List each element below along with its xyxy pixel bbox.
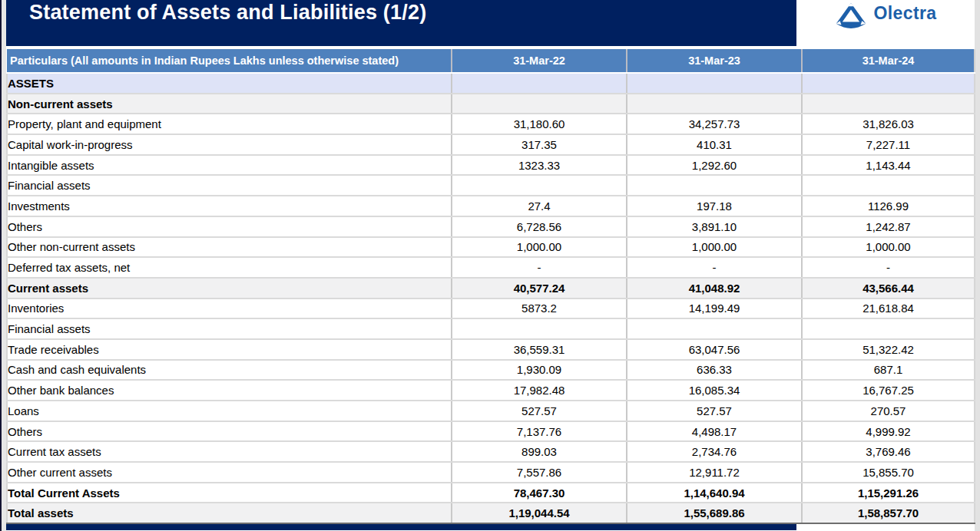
row-value: 51,322.42: [802, 339, 975, 360]
table-row: Deferred tax assets, net---: [7, 257, 975, 278]
table-row: Others6,728.563,891.101,242.87: [7, 216, 975, 237]
logo-area: Olectra: [796, 0, 975, 46]
table-row: Loans527.57527.57270.57: [7, 401, 975, 421]
slide-right-margin: [975, 0, 980, 531]
row-value: 1126.99: [802, 196, 975, 216]
row-value: 63,047.56: [627, 339, 802, 360]
assets-liabilities-table: Particulars (All amounts in Indian Rupee…: [6, 49, 975, 524]
row-value: [452, 94, 627, 114]
table-row: Intangible assets1323.331,292.601,143.44: [7, 155, 975, 176]
row-label: Capital work-in-progress: [7, 134, 452, 155]
row-value: 687.1: [802, 360, 975, 381]
row-value: [452, 175, 627, 196]
row-label: Trade receivables: [7, 339, 452, 360]
row-value: 636.33: [627, 360, 802, 381]
row-value: 14,199.49: [627, 298, 802, 319]
row-value: 34,257.73: [627, 114, 802, 134]
row-value: [627, 73, 802, 94]
row-value: 7,137.76: [452, 421, 627, 442]
row-value: 1,14,640.94: [627, 483, 802, 503]
row-value: 1,15,291.26: [802, 483, 975, 503]
row-value: [452, 318, 627, 339]
row-value: [627, 175, 802, 196]
row-label: Intangible assets: [7, 155, 452, 176]
row-value: 3,891.10: [627, 216, 802, 237]
row-value: 410.31: [627, 134, 802, 155]
title-bar: Statement of Assets and Liabilities (1/2…: [6, 0, 796, 46]
column-header-date-3: 31-Mar-24: [802, 49, 975, 73]
row-label: Others: [7, 216, 452, 237]
row-value: 527.57: [452, 401, 627, 421]
row-label: ASSETS: [7, 73, 452, 94]
row-label: Others: [7, 421, 452, 442]
row-value: -: [802, 257, 975, 278]
table-row: Financial assets: [7, 175, 975, 196]
row-value: 527.57: [627, 401, 802, 421]
table-row: Other bank balances17,982.4816,085.3416,…: [7, 380, 975, 401]
table-row: Inventories5873.214,199.4921,618.84: [7, 298, 975, 319]
olectra-triangle-icon: [834, 2, 868, 31]
row-value: 197.18: [627, 196, 802, 216]
row-value: [802, 175, 975, 196]
table-body: ASSETSNon-current assetsProperty, plant …: [7, 73, 975, 523]
row-value: 270.57: [802, 401, 975, 421]
row-label: Current tax assets: [7, 441, 452, 462]
row-value: 2,734.76: [627, 441, 802, 462]
table-row: Other current assets7,557.8612,911.7215,…: [7, 462, 975, 483]
row-value: [802, 73, 975, 94]
row-value: 317.35: [452, 134, 627, 155]
bottom-accent-bar: [6, 524, 796, 530]
row-value: 27.4: [452, 196, 627, 216]
table-row: Total Current Assets78,467.301,14,640.94…: [7, 483, 975, 503]
row-label: Other current assets: [7, 462, 452, 483]
row-value: 31,180.60: [452, 114, 627, 134]
table-row: ASSETS: [7, 73, 975, 94]
row-label: Cash and cash equivalents: [7, 360, 452, 381]
row-value: [802, 94, 975, 114]
table-row: Capital work-in-progress317.35410.317,22…: [7, 134, 975, 155]
table-row: Cash and cash equivalents1,930.09636.336…: [7, 360, 975, 381]
row-value: 5873.2: [452, 298, 627, 319]
row-value: 1,143.44: [802, 155, 975, 176]
table-row: Current tax assets899.032,734.763,769.46: [7, 441, 975, 462]
page-title: Statement of Assets and Liabilities (1/2…: [6, 0, 796, 25]
row-label: Total Current Assets: [7, 483, 452, 503]
row-value: 16,767.25: [802, 380, 975, 401]
row-value: 7,227.11: [802, 134, 975, 155]
column-header-date-2: 31-Mar-23: [627, 49, 802, 73]
row-value: 21,618.84: [802, 298, 975, 319]
row-value: [452, 73, 627, 94]
row-value: 1,000.00: [627, 237, 802, 258]
row-value: -: [627, 257, 802, 278]
row-label: Deferred tax assets, net: [7, 257, 452, 278]
row-value: 31,826.03: [802, 114, 975, 134]
row-value: 36,559.31: [452, 339, 627, 360]
row-label: Loans: [7, 401, 452, 421]
table-row: Non-current assets: [7, 94, 975, 114]
slide: Statement of Assets and Liabilities (1/2…: [0, 0, 980, 531]
table-row: Total assets1,19,044.541,55,689.861,58,8…: [7, 503, 975, 523]
row-value: 17,982.48: [452, 380, 627, 401]
row-label: Total assets: [7, 503, 452, 523]
row-label: Property, plant and equipment: [7, 114, 452, 134]
row-value: 1,58,857.70: [802, 503, 975, 523]
row-value: 1,000.00: [452, 237, 627, 258]
row-value: 1323.33: [452, 155, 627, 176]
column-header-date-1: 31-Mar-22: [452, 49, 627, 73]
row-value: 1,292.60: [627, 155, 802, 176]
row-value: 3,769.46: [802, 441, 975, 462]
company-logo-text: Olectra: [873, 2, 936, 24]
table-row: Financial assets: [7, 318, 975, 339]
row-label: Other non-current assets: [7, 237, 452, 258]
row-label: Non-current assets: [7, 94, 452, 114]
row-value: [627, 94, 802, 114]
row-value: 1,930.09: [452, 360, 627, 381]
row-value: 41,048.92: [627, 278, 802, 298]
column-header-particulars: Particulars (All amounts in Indian Rupee…: [7, 49, 452, 73]
row-value: 1,000.00: [802, 237, 975, 258]
row-value: 1,55,689.86: [627, 503, 802, 523]
row-value: [627, 318, 802, 339]
table-row: Trade receivables36,559.3163,047.5651,32…: [7, 339, 975, 360]
table-row: Investments27.4197.181126.99: [7, 196, 975, 216]
row-value: [802, 318, 975, 339]
